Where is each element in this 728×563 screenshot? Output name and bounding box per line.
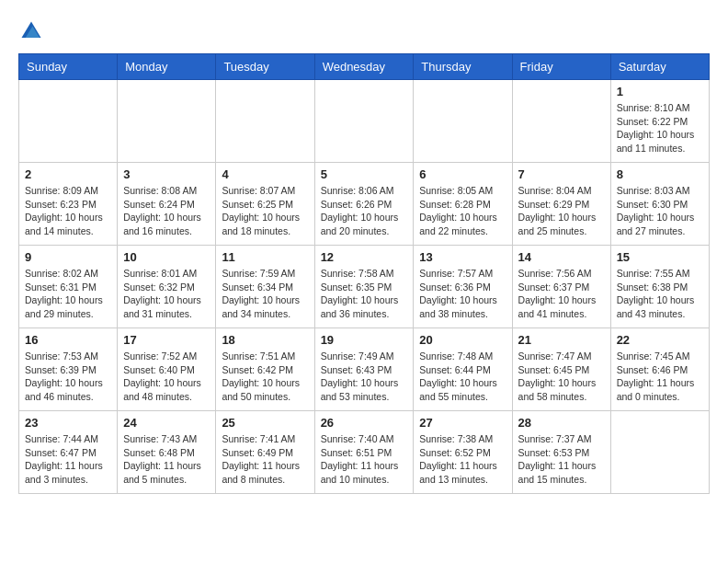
empty-cell [19, 80, 118, 163]
cell-text: Sunrise: 7:37 AM Sunset: 6:53 PM Dayligh… [518, 432, 605, 487]
cell-text: Sunrise: 7:40 AM Sunset: 6:51 PM Dayligh… [321, 432, 408, 487]
day-number: 28 [518, 416, 605, 430]
empty-cell [314, 80, 414, 163]
cell-text: Sunrise: 8:10 AM Sunset: 6:22 PM Dayligh… [617, 101, 703, 155]
day-cell-7: 7Sunrise: 8:04 AM Sunset: 6:29 PM Daylig… [512, 163, 610, 246]
day-cell-18: 18Sunrise: 7:51 AM Sunset: 6:42 PM Dayli… [216, 328, 314, 411]
empty-cell [118, 80, 216, 163]
day-cell-20: 20Sunrise: 7:48 AM Sunset: 6:44 PM Dayli… [414, 328, 512, 411]
cell-text: Sunrise: 7:59 AM Sunset: 6:34 PM Dayligh… [222, 267, 308, 321]
cell-text: Sunrise: 8:03 AM Sunset: 6:30 PM Dayligh… [617, 184, 703, 238]
calendar-table: SundayMondayTuesdayWednesdayThursdayFrid… [18, 53, 710, 494]
day-header-wednesday: Wednesday [314, 54, 414, 80]
day-header-monday: Monday [118, 54, 216, 80]
week-row-1: 1Sunrise: 8:10 AM Sunset: 6:22 PM Daylig… [19, 80, 710, 163]
empty-cell [216, 80, 314, 163]
day-cell-23: 23Sunrise: 7:44 AM Sunset: 6:47 PM Dayli… [19, 411, 118, 494]
day-header-sunday: Sunday [19, 54, 118, 80]
day-cell-5: 5Sunrise: 8:06 AM Sunset: 6:26 PM Daylig… [314, 163, 414, 246]
cell-text: Sunrise: 7:47 AM Sunset: 6:45 PM Dayligh… [518, 350, 605, 404]
day-cell-14: 14Sunrise: 7:56 AM Sunset: 6:37 PM Dayli… [512, 246, 610, 328]
day-number: 21 [518, 333, 605, 347]
day-number: 26 [321, 416, 408, 430]
cell-text: Sunrise: 7:45 AM Sunset: 6:46 PM Dayligh… [617, 350, 703, 404]
day-number: 10 [123, 250, 210, 264]
cell-text: Sunrise: 7:53 AM Sunset: 6:39 PM Dayligh… [25, 350, 111, 404]
cell-text: Sunrise: 7:56 AM Sunset: 6:37 PM Dayligh… [518, 267, 605, 321]
day-cell-21: 21Sunrise: 7:47 AM Sunset: 6:45 PM Dayli… [512, 328, 610, 411]
calendar-header-row: SundayMondayTuesdayWednesdayThursdayFrid… [19, 54, 710, 80]
day-header-saturday: Saturday [610, 54, 709, 80]
cell-text: Sunrise: 7:48 AM Sunset: 6:44 PM Dayligh… [419, 350, 506, 404]
day-header-tuesday: Tuesday [216, 54, 314, 80]
cell-text: Sunrise: 7:43 AM Sunset: 6:48 PM Dayligh… [123, 432, 210, 487]
day-header-friday: Friday [512, 54, 610, 80]
week-row-3: 9Sunrise: 8:02 AM Sunset: 6:31 PM Daylig… [19, 246, 710, 328]
day-cell-26: 26Sunrise: 7:40 AM Sunset: 6:51 PM Dayli… [314, 411, 414, 494]
day-number: 17 [123, 333, 210, 347]
cell-text: Sunrise: 7:55 AM Sunset: 6:38 PM Dayligh… [617, 267, 703, 321]
day-cell-25: 25Sunrise: 7:41 AM Sunset: 6:49 PM Dayli… [216, 411, 314, 494]
day-cell-3: 3Sunrise: 8:08 AM Sunset: 6:24 PM Daylig… [118, 163, 216, 246]
cell-text: Sunrise: 8:08 AM Sunset: 6:24 PM Dayligh… [123, 184, 210, 238]
day-number: 19 [321, 333, 408, 347]
page-header [18, 18, 710, 44]
cell-text: Sunrise: 7:38 AM Sunset: 6:52 PM Dayligh… [419, 432, 506, 487]
cell-text: Sunrise: 8:04 AM Sunset: 6:29 PM Dayligh… [518, 184, 605, 238]
cell-text: Sunrise: 8:07 AM Sunset: 6:25 PM Dayligh… [222, 184, 308, 238]
cell-text: Sunrise: 8:02 AM Sunset: 6:31 PM Dayligh… [25, 267, 111, 321]
day-cell-2: 2Sunrise: 8:09 AM Sunset: 6:23 PM Daylig… [19, 163, 118, 246]
day-cell-10: 10Sunrise: 8:01 AM Sunset: 6:32 PM Dayli… [118, 246, 216, 328]
day-number: 23 [25, 416, 111, 430]
day-cell-4: 4Sunrise: 8:07 AM Sunset: 6:25 PM Daylig… [216, 163, 314, 246]
day-cell-13: 13Sunrise: 7:57 AM Sunset: 6:36 PM Dayli… [414, 246, 512, 328]
day-number: 8 [617, 167, 703, 181]
cell-text: Sunrise: 8:01 AM Sunset: 6:32 PM Dayligh… [123, 267, 210, 321]
day-cell-8: 8Sunrise: 8:03 AM Sunset: 6:30 PM Daylig… [610, 163, 709, 246]
day-number: 18 [222, 333, 308, 347]
cell-text: Sunrise: 7:57 AM Sunset: 6:36 PM Dayligh… [419, 267, 506, 321]
logo-icon [18, 18, 44, 44]
day-cell-22: 22Sunrise: 7:45 AM Sunset: 6:46 PM Dayli… [610, 328, 709, 411]
day-cell-17: 17Sunrise: 7:52 AM Sunset: 6:40 PM Dayli… [118, 328, 216, 411]
day-cell-15: 15Sunrise: 7:55 AM Sunset: 6:38 PM Dayli… [610, 246, 709, 328]
logo [18, 18, 46, 44]
day-cell-27: 27Sunrise: 7:38 AM Sunset: 6:52 PM Dayli… [414, 411, 512, 494]
day-cell-12: 12Sunrise: 7:58 AM Sunset: 6:35 PM Dayli… [314, 246, 414, 328]
day-number: 16 [25, 333, 111, 347]
day-number: 20 [419, 333, 506, 347]
cell-text: Sunrise: 8:05 AM Sunset: 6:28 PM Dayligh… [419, 184, 506, 238]
day-number: 24 [123, 416, 210, 430]
day-number: 11 [222, 250, 308, 264]
day-cell-28: 28Sunrise: 7:37 AM Sunset: 6:53 PM Dayli… [512, 411, 610, 494]
day-number: 9 [25, 250, 111, 264]
day-cell-9: 9Sunrise: 8:02 AM Sunset: 6:31 PM Daylig… [19, 246, 118, 328]
day-cell-16: 16Sunrise: 7:53 AM Sunset: 6:39 PM Dayli… [19, 328, 118, 411]
day-number: 3 [123, 167, 210, 181]
week-row-5: 23Sunrise: 7:44 AM Sunset: 6:47 PM Dayli… [19, 411, 710, 494]
day-number: 1 [617, 85, 703, 98]
day-cell-6: 6Sunrise: 8:05 AM Sunset: 6:28 PM Daylig… [414, 163, 512, 246]
cell-text: Sunrise: 8:09 AM Sunset: 6:23 PM Dayligh… [25, 184, 111, 238]
cell-text: Sunrise: 7:51 AM Sunset: 6:42 PM Dayligh… [222, 350, 308, 404]
cell-text: Sunrise: 7:49 AM Sunset: 6:43 PM Dayligh… [321, 350, 408, 404]
day-number: 5 [321, 167, 408, 181]
day-number: 15 [617, 250, 703, 264]
day-cell-11: 11Sunrise: 7:59 AM Sunset: 6:34 PM Dayli… [216, 246, 314, 328]
day-number: 27 [419, 416, 506, 430]
day-number: 4 [222, 167, 308, 181]
day-number: 12 [321, 250, 408, 264]
day-number: 22 [617, 333, 703, 347]
day-number: 25 [222, 416, 308, 430]
cell-text: Sunrise: 7:52 AM Sunset: 6:40 PM Dayligh… [123, 350, 210, 404]
day-cell-1: 1Sunrise: 8:10 AM Sunset: 6:22 PM Daylig… [610, 80, 709, 163]
cell-text: Sunrise: 7:58 AM Sunset: 6:35 PM Dayligh… [321, 267, 408, 321]
empty-cell [414, 80, 512, 163]
week-row-4: 16Sunrise: 7:53 AM Sunset: 6:39 PM Dayli… [19, 328, 710, 411]
day-number: 2 [25, 167, 111, 181]
cell-text: Sunrise: 7:44 AM Sunset: 6:47 PM Dayligh… [25, 432, 111, 487]
day-number: 13 [419, 250, 506, 264]
day-cell-24: 24Sunrise: 7:43 AM Sunset: 6:48 PM Dayli… [118, 411, 216, 494]
day-number: 6 [419, 167, 506, 181]
empty-cell [512, 80, 610, 163]
